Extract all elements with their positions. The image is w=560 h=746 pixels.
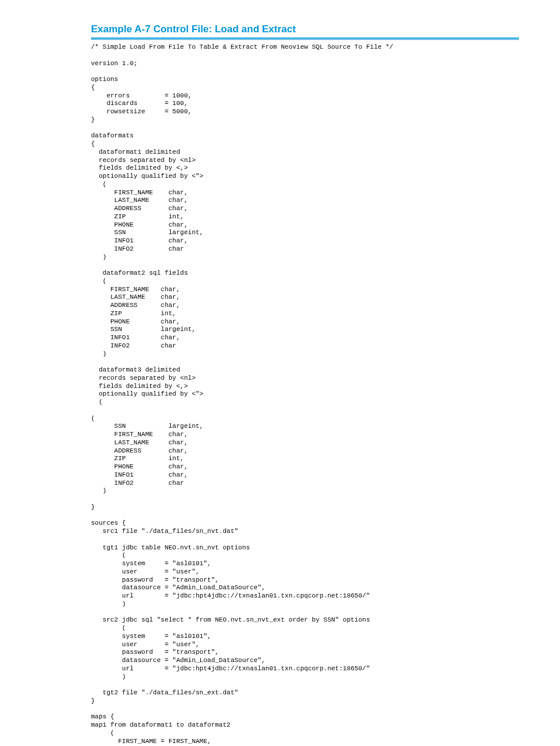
heading-rule-bottom	[91, 39, 519, 40]
example-heading: Example A-7 Control File: Load and Extra…	[91, 23, 519, 35]
code-block: /* Simple Load From File To Table & Extr…	[91, 43, 519, 746]
page: Example A-7 Control File: Load and Extra…	[0, 0, 560, 746]
heading-rule-top	[91, 38, 519, 39]
